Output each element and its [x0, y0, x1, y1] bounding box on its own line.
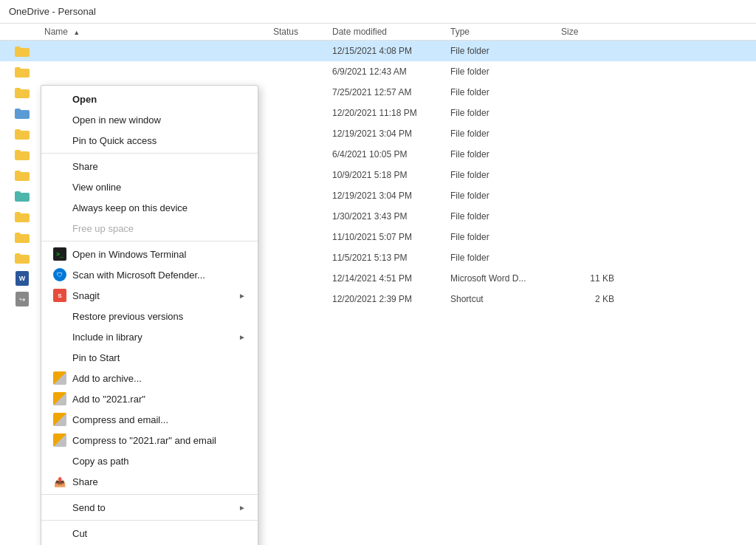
context-menu-item-share2[interactable]: 📤 Share	[41, 471, 258, 492]
ctx-icon-none	[53, 180, 66, 193]
title-bar: OneDrive - Personal	[0, 0, 756, 24]
file-type: File folder	[450, 149, 561, 160]
table-row[interactable]: 6/9/2021 12:43 AM File folder	[0, 61, 756, 82]
context-menu-item-send-to[interactable]: Send to ►	[41, 497, 258, 518]
file-type: File folder	[450, 128, 561, 139]
ctx-item-label: Compress to "2021.rar" and email	[72, 435, 216, 446]
file-icon-cell	[0, 66, 44, 78]
context-menu-item-scan-defender[interactable]: 🛡 Scan with Microsoft Defender...	[41, 264, 258, 285]
file-date: 12/20/2021 11:18 PM	[332, 108, 450, 118]
file-date: 12/19/2021 3:04 PM	[332, 128, 450, 139]
file-icon-cell	[0, 128, 44, 140]
file-date: 6/9/2021 12:43 AM	[332, 66, 450, 77]
winrar-icon	[53, 392, 66, 405]
ctx-item-label: Pin to Quick access	[72, 135, 157, 146]
context-menu-item-add-archive[interactable]: Add to archive...	[41, 368, 258, 388]
context-menu-separator	[41, 494, 258, 495]
submenu-arrow-icon: ►	[238, 504, 246, 512]
file-date: 10/9/2021 5:18 PM	[332, 170, 450, 180]
folder-icon	[15, 231, 30, 243]
folder-icon	[15, 86, 30, 98]
context-menu-item-restore-versions[interactable]: Restore previous versions	[41, 306, 258, 326]
file-type: File folder	[450, 253, 561, 263]
context-menu-item-compress-2021rar-email[interactable]: Compress to "2021.rar" and email	[41, 430, 258, 450]
file-icon-cell: ↪	[0, 292, 44, 306]
ctx-item-label: Open in Windows Terminal	[72, 249, 186, 260]
col-status-header[interactable]: Status	[273, 27, 332, 37]
context-menu-item-include-library[interactable]: Include in library ►	[41, 326, 258, 347]
ctx-icon-none	[53, 309, 66, 323]
ctx-icon-none	[53, 222, 66, 235]
context-menu-item-copy-path[interactable]: Copy as path	[41, 450, 258, 471]
file-icon-cell	[0, 107, 44, 119]
defender-icon: 🛡	[53, 268, 66, 281]
file-type: Shortcut	[450, 294, 561, 304]
ctx-item-label: Restore previous versions	[72, 311, 183, 322]
file-date: 7/25/2021 12:57 AM	[332, 87, 450, 97]
ctx-icon-none	[53, 113, 66, 126]
ctx-item-label: Add to archive...	[72, 373, 142, 384]
file-icon-cell	[0, 86, 44, 98]
terminal-icon: >_	[53, 247, 66, 261]
snagit-icon: S	[53, 289, 66, 302]
context-menu-item-free-up-space: Free up space	[41, 218, 258, 239]
context-menu-item-snagit[interactable]: S Snagit ►	[41, 285, 258, 306]
ctx-item-label: View online	[72, 182, 121, 193]
ctx-icon-none	[53, 501, 66, 514]
shortcut-icon: ↪	[16, 292, 29, 306]
file-icon-cell	[0, 45, 44, 57]
context-menu-item-always-keep[interactable]: Always keep on this device	[41, 197, 258, 218]
file-date: 11/10/2021 5:07 PM	[332, 232, 450, 242]
col-size-header[interactable]: Size	[561, 27, 620, 37]
context-menu-item-add-2021rar[interactable]: Add to "2021.rar"	[41, 388, 258, 409]
winrar-icon	[53, 371, 66, 385]
file-type: File folder	[450, 232, 561, 242]
table-row[interactable]: 12/15/2021 4:08 PM File folder	[0, 41, 756, 61]
winrar-icon	[53, 413, 66, 426]
file-date: 12/20/2021 2:39 PM	[332, 294, 450, 304]
ctx-icon-none	[53, 330, 66, 343]
folder-icon	[15, 252, 30, 264]
share-icon: 📤	[53, 475, 66, 488]
col-type-header[interactable]: Type	[450, 27, 561, 37]
file-date: 11/5/2021 5:13 PM	[332, 253, 450, 263]
context-menu-item-share[interactable]: Share	[41, 156, 258, 176]
window-title: OneDrive - Personal	[9, 6, 96, 17]
ctx-icon-none	[53, 92, 66, 106]
folder-blue-icon	[15, 107, 30, 119]
col-date-header[interactable]: Date modified	[332, 27, 450, 37]
ctx-icon-none	[53, 134, 66, 147]
folder-icon	[15, 210, 30, 222]
ctx-icon-none	[53, 351, 66, 364]
ctx-item-label: Cut	[72, 528, 87, 539]
submenu-arrow-icon: ►	[238, 292, 246, 300]
file-icon-cell	[0, 148, 44, 160]
context-menu-item-pin-start[interactable]: Pin to Start	[41, 347, 258, 368]
column-header: Name ▲ Status Date modified Type Size	[0, 24, 756, 41]
ctx-item-label: Snagit	[72, 290, 100, 301]
file-date: 12/19/2021 3:04 PM	[332, 191, 450, 201]
context-menu-item-cut[interactable]: Cut	[41, 523, 258, 544]
context-menu-item-open[interactable]: Open	[41, 89, 258, 109]
context-menu-item-compress-email[interactable]: Compress and email...	[41, 409, 258, 430]
file-explorer: Name ▲ Status Date modified Type Size 12…	[0, 24, 756, 545]
file-type: Microsoft Word D...	[450, 273, 561, 284]
file-type: File folder	[450, 66, 561, 77]
file-icon-cell	[0, 169, 44, 181]
ctx-icon-none	[53, 160, 66, 173]
ctx-item-label: Open	[72, 94, 97, 105]
file-type: File folder	[450, 46, 561, 56]
file-icon-cell: W	[0, 271, 44, 286]
col-name-header[interactable]: Name ▲	[0, 27, 273, 37]
context-menu-item-view-online[interactable]: View online	[41, 176, 258, 197]
context-menu-separator	[41, 153, 258, 154]
ctx-item-label: Open in new window	[72, 114, 161, 126]
file-type: File folder	[450, 108, 561, 118]
file-list: 12/15/2021 4:08 PM File folder 6/9/2021 …	[0, 41, 756, 545]
ctx-item-label: Compress and email...	[72, 414, 168, 425]
file-type: File folder	[450, 87, 561, 97]
context-menu-item-open-new-window[interactable]: Open in new window	[41, 109, 258, 130]
context-menu-item-pin-quick-access[interactable]: Pin to Quick access	[41, 130, 258, 151]
folder-icon	[15, 66, 30, 78]
context-menu-item-open-terminal[interactable]: >_ Open in Windows Terminal	[41, 244, 258, 264]
